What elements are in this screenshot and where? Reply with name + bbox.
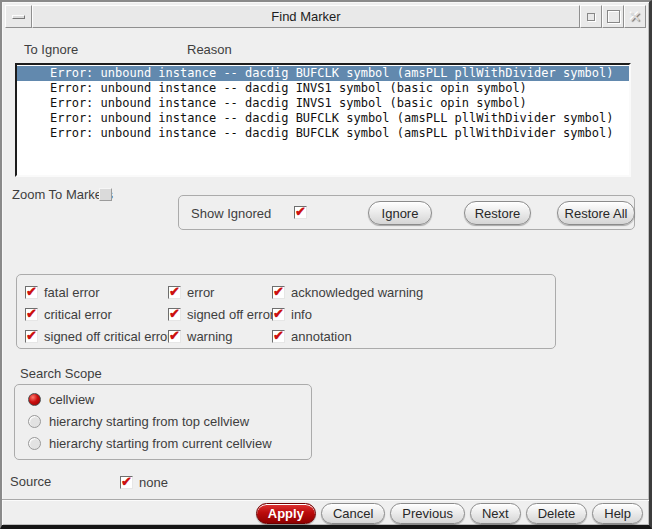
search-scope-option: hierarchy starting from current cellview <box>28 436 272 451</box>
source-none-checkbox[interactable]: ✔ <box>120 476 133 489</box>
acknowledged-warning-label: acknowledged warning <box>291 285 423 300</box>
check-icon: ✔ <box>26 287 37 297</box>
marker-list-item[interactable]: Error: unbound instance -- dacdig INVS1 … <box>17 81 629 96</box>
hierarchy-current-cellview-radio[interactable] <box>28 437 41 450</box>
marker-type-option: ✔ acknowledged warning <box>272 285 423 300</box>
error-label: error <box>187 285 214 300</box>
reason-header: Reason <box>187 42 232 57</box>
warning-checkbox[interactable]: ✔ <box>168 330 181 343</box>
footer-button-bar: Apply Cancel Previous Next Delete Help <box>256 503 643 524</box>
fatal-error-checkbox[interactable]: ✔ <box>25 286 38 299</box>
zoom-to-markers-checkbox[interactable]: ✔ <box>99 188 112 201</box>
previous-button[interactable]: Previous <box>390 503 465 524</box>
acknowledged-warning-checkbox[interactable]: ✔ <box>272 286 285 299</box>
titlebar: Find Marker ✕ <box>5 5 646 28</box>
fatal-error-label: fatal error <box>44 285 100 300</box>
marker-type-option: ✔ warning <box>168 329 233 344</box>
check-icon: ✔ <box>273 309 284 319</box>
warning-label: warning <box>187 329 233 344</box>
critical-error-checkbox[interactable]: ✔ <box>25 308 38 321</box>
error-checkbox[interactable]: ✔ <box>168 286 181 299</box>
show-ignored-checkbox[interactable]: ✔ <box>294 206 307 219</box>
critical-error-label: critical error <box>44 307 112 322</box>
search-scope-option: hierarchy starting from top cellview <box>28 414 249 429</box>
source-none-option: ✔ none <box>120 475 168 490</box>
search-scope-label: Search Scope <box>20 366 102 381</box>
signed-off-error-label: signed off error <box>187 307 274 322</box>
restore-button[interactable]: Restore <box>464 201 531 225</box>
marker-list[interactable]: Error: unbound instance -- dacdig BUFCLK… <box>15 63 631 177</box>
annotation-label: annotation <box>291 329 352 344</box>
cellview-label: cellview <box>49 392 95 407</box>
check-icon: ✔ <box>169 309 180 319</box>
close-icon: ✕ <box>629 9 642 24</box>
iconify-button[interactable] <box>580 5 602 28</box>
hierarchy-current-cellview-label: hierarchy starting from current cellview <box>49 436 272 451</box>
check-icon: ✔ <box>273 287 284 297</box>
find-marker-dialog: Find Marker ✕ To Ignore Reason Error: un… <box>0 0 652 529</box>
maximize-button[interactable] <box>602 5 624 28</box>
to-ignore-header: To Ignore <box>24 42 78 57</box>
apply-button[interactable]: Apply <box>256 503 316 524</box>
marker-type-option: ✔ error <box>168 285 214 300</box>
footer-separator <box>2 499 649 501</box>
signed-off-critical-error-checkbox[interactable]: ✔ <box>25 330 38 343</box>
marker-type-option: ✔ critical error <box>25 307 112 322</box>
hierarchy-top-cellview-radio[interactable] <box>28 415 41 428</box>
help-button[interactable]: Help <box>592 503 643 524</box>
check-icon: ✔ <box>295 207 306 217</box>
zoom-to-markers-label: Zoom To Markers <box>12 187 113 202</box>
info-checkbox[interactable]: ✔ <box>272 308 285 321</box>
signed-off-critical-error-label: signed off critical error <box>44 329 172 344</box>
window-title: Find Marker <box>32 5 580 28</box>
ignore-button[interactable]: Ignore <box>368 201 432 225</box>
next-button[interactable]: Next <box>470 503 521 524</box>
check-icon: ✔ <box>169 331 180 341</box>
marker-type-option: ✔ annotation <box>272 329 352 344</box>
source-label: Source <box>10 474 51 489</box>
search-scope-option: cellview <box>28 392 95 407</box>
iconify-icon <box>587 13 595 21</box>
maximize-icon <box>607 10 620 23</box>
check-icon: ✔ <box>26 309 37 319</box>
marker-list-item[interactable]: Error: unbound instance -- dacdig INVS1 … <box>17 96 629 111</box>
marker-list-item[interactable]: Error: unbound instance -- dacdig BUFCLK… <box>17 66 629 81</box>
delete-button[interactable]: Delete <box>526 503 588 524</box>
show-ignored-label: Show Ignored <box>191 206 271 221</box>
close-button[interactable]: ✕ <box>624 5 646 28</box>
check-icon: ✔ <box>169 287 180 297</box>
cancel-button[interactable]: Cancel <box>321 503 385 524</box>
source-none-label: none <box>139 475 168 490</box>
signed-off-error-checkbox[interactable]: ✔ <box>168 308 181 321</box>
annotation-checkbox[interactable]: ✔ <box>272 330 285 343</box>
marker-list-item[interactable]: Error: unbound instance -- dacdig BUFCLK… <box>17 126 629 141</box>
check-icon: ✔ <box>26 331 37 341</box>
cellview-radio[interactable] <box>28 393 41 406</box>
marker-type-option: ✔ signed off critical error <box>25 329 172 344</box>
marker-type-option: ✔ signed off error <box>168 307 274 322</box>
check-icon: ✔ <box>273 331 284 341</box>
marker-list-item[interactable]: Error: unbound instance -- dacdig BUFCLK… <box>17 111 629 126</box>
hierarchy-top-cellview-label: hierarchy starting from top cellview <box>49 414 249 429</box>
marker-type-option: ✔ info <box>272 307 312 322</box>
window-menu-dash-icon <box>12 15 25 19</box>
info-label: info <box>291 307 312 322</box>
window-menu-button[interactable] <box>5 5 32 28</box>
check-icon: ✔ <box>121 477 132 487</box>
restore-all-button[interactable]: Restore All <box>557 201 635 225</box>
marker-type-option: ✔ fatal error <box>25 285 100 300</box>
